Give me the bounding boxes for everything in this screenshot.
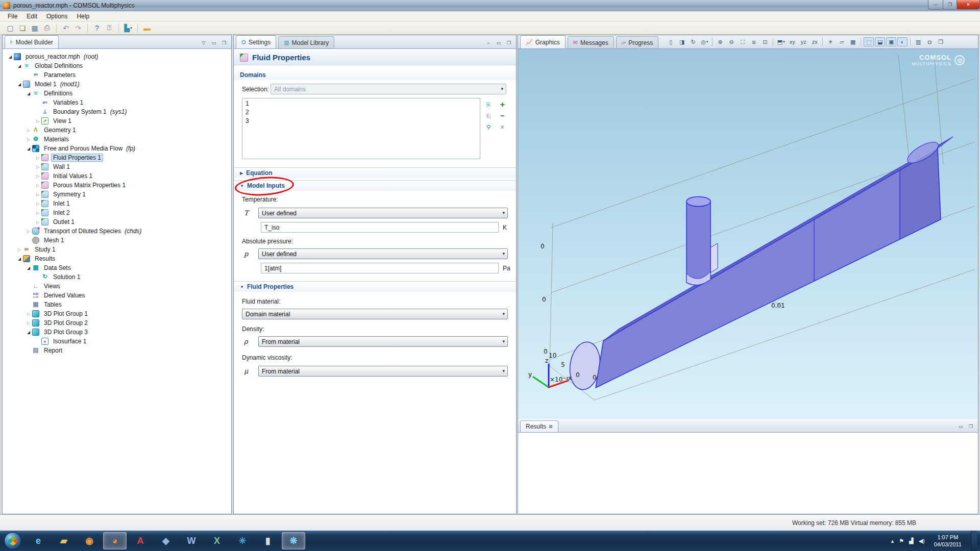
tree-item-wall-1[interactable]: ▷Wall 1 [3, 162, 231, 171]
fluid-material-dropdown[interactable]: Domain material [242, 309, 508, 319]
tab-messages[interactable]: ✉Messages [568, 36, 614, 48]
show-selection-colors-icon[interactable]: ⬓ [875, 37, 885, 46]
remove-from-selection-icon[interactable]: ━ [497, 111, 508, 121]
scene-light-icon[interactable]: ☀ [825, 37, 836, 46]
results-tab-close-icon[interactable]: ⊠ [549, 424, 553, 429]
tree-item-derived-values[interactable]: Derived Values [3, 291, 231, 300]
tree-item-porous-matrix-properties-1[interactable]: ▷Porous Matrix Properties 1 [3, 181, 231, 190]
zx-view-icon[interactable]: zx [810, 37, 820, 46]
tab-graphics[interactable]: 📈Graphics [520, 35, 566, 48]
zoom-extents-icon[interactable]: ⛶ [738, 37, 748, 46]
tree-item-inlet-2[interactable]: ▷Inlet 2 [3, 208, 231, 217]
tree-item-3d-plot-group-3[interactable]: ◢3D Plot Group 3 [3, 328, 231, 337]
collapsed-arrow-icon[interactable]: ▷ [34, 119, 41, 123]
tree-item-data-sets[interactable]: ◢Data Sets [3, 263, 231, 272]
model-inputs-section-header[interactable]: ▼ Model Inputs [234, 180, 516, 191]
maximize-panel-icon[interactable]: ❐ [505, 39, 513, 46]
equation-section-header[interactable]: ▶ Equation [234, 167, 516, 178]
zoom-box-icon[interactable]: ⧈ [749, 37, 759, 46]
action-center-icon[interactable]: ⚑ [899, 538, 904, 544]
expanded-arrow-icon[interactable]: ◢ [16, 64, 23, 68]
plot-icon[interactable]: ▙▾ [122, 22, 134, 34]
expanded-arrow-icon[interactable]: ◢ [16, 82, 23, 87]
clear-selection-icon[interactable]: ✕ [497, 122, 508, 132]
expanded-arrow-icon[interactable]: ◢ [25, 330, 32, 335]
tree-item-3d-plot-group-2[interactable]: ▷3D Plot Group 2 [3, 318, 231, 328]
selection-dropdown[interactable]: All domains [271, 84, 506, 94]
tree-item-boundary-system-1[interactable]: Boundary System 1(sys1) [3, 107, 231, 116]
collapsed-arrow-icon[interactable]: ▷ [34, 211, 41, 215]
wireframe-icon[interactable]: ▦ [848, 37, 858, 46]
create-selection-icon[interactable]: ⚲ [483, 122, 494, 132]
scene-night-icon[interactable]: ◐ [897, 37, 908, 46]
copy-selection-icon[interactable]: ⎘ [483, 100, 494, 110]
help-icon[interactable]: ? [91, 22, 103, 34]
zoom-out-icon[interactable]: ⊖ [726, 37, 737, 46]
tree-item-isosurface-1[interactable]: Isosurface 1 [3, 337, 231, 346]
clip-box-icon[interactable]: ◨ [677, 37, 687, 46]
minimize-panel-icon[interactable]: ▭ [495, 39, 503, 46]
window-icon[interactable]: ❐ [936, 37, 946, 46]
comsol-taskbar-button[interactable]: ❋ [282, 532, 305, 549]
tree-item-geometry-1[interactable]: ▷Geometry 1 [3, 126, 231, 135]
print-icon[interactable]: ⎙ [41, 22, 53, 34]
tree-item-global-definitions[interactable]: ◢Global Definitions [3, 61, 231, 70]
collapsed-arrow-icon[interactable]: ▷ [34, 165, 41, 169]
tree-item-mesh-1[interactable]: Mesh 1 [3, 236, 231, 245]
locate-in-tree-icon[interactable]: ⌕ [484, 39, 493, 46]
tree-item-variables-1[interactable]: Variables 1 [3, 98, 231, 107]
collapsed-arrow-icon[interactable]: ▷ [34, 202, 41, 206]
collapsed-arrow-icon[interactable]: ▷ [25, 128, 32, 133]
minimize-panel-icon[interactable]: ▭ [957, 423, 965, 430]
tree-item-tables[interactable]: Tables [3, 300, 231, 309]
tree-item-solution-1[interactable]: Solution 1 [3, 272, 231, 282]
tab-progress[interactable]: ▱Progress [616, 36, 659, 48]
collapsed-arrow-icon[interactable]: ▷ [25, 229, 32, 234]
pressure-input[interactable]: 1[atm] [261, 263, 499, 273]
menu-item-options[interactable]: Options [42, 12, 72, 21]
save-icon[interactable]: ▦ [29, 22, 41, 34]
menu-item-edit[interactable]: Edit [22, 12, 42, 21]
tree-item-model-1[interactable]: ◢Model 1(mod1) [3, 80, 231, 89]
expanded-arrow-icon[interactable]: ◢ [25, 266, 32, 270]
tree-item-materials[interactable]: ▷Materials [3, 135, 231, 144]
tree-item-3d-plot-group-1[interactable]: ▷3D Plot Group 1 [3, 309, 231, 318]
temperature-dropdown[interactable]: User defined [258, 208, 508, 218]
orbit-icon[interactable]: ↻ [688, 37, 698, 46]
default-3d-view-icon[interactable]: ⬒▾ [776, 37, 786, 46]
xy-view-icon[interactable]: xy [787, 37, 797, 46]
model-builder-tab[interactable]: ⊦ Model Builder [5, 35, 59, 48]
tree-item-parameters[interactable]: Parameters [3, 70, 231, 80]
collapsed-arrow-icon[interactable]: ▷ [34, 156, 41, 160]
maximize-window-button[interactable]: ❐ [943, 0, 957, 10]
tree-item-free-and-porous-media-flow[interactable]: ◢Free and Porous Media Flow(fp) [3, 144, 231, 153]
ie-taskbar-button[interactable]: e [27, 532, 50, 549]
paste-selection-icon[interactable]: ⎗ [483, 111, 494, 121]
clip-plane-icon[interactable]: ▯ [666, 37, 676, 46]
transparency-icon[interactable]: ▱ [837, 37, 847, 46]
network-icon[interactable]: ▟ [909, 538, 913, 544]
collapsed-arrow-icon[interactable]: ▷ [34, 183, 41, 188]
temperature-input[interactable]: T_iso [261, 222, 499, 233]
tree-item-transport-of-diluted-species[interactable]: ▷Transport of Diluted Species(chds) [3, 227, 231, 236]
density-dropdown[interactable]: From material [258, 336, 508, 347]
explorer-taskbar-button[interactable]: ▰ [52, 532, 76, 549]
open-file-icon[interactable]: ❏ [16, 22, 29, 34]
results-tab[interactable]: Results ⊠ [520, 420, 558, 432]
viscosity-dropdown[interactable]: From material [258, 366, 508, 377]
tab-settings[interactable]: ⛭Settings [236, 35, 276, 48]
expanded-arrow-icon[interactable]: ◢ [25, 146, 32, 151]
measure-icon[interactable]: ▬ [141, 22, 153, 34]
collapsed-arrow-icon[interactable]: ▷ [25, 321, 32, 325]
tree-item-inlet-1[interactable]: ▷Inlet 1 [3, 199, 231, 208]
tree-item-results[interactable]: ◢Results [3, 254, 231, 263]
undo-icon[interactable]: ↶ [60, 22, 72, 34]
start-button[interactable] [4, 532, 21, 549]
collapsed-arrow-icon[interactable]: ▷ [34, 192, 41, 197]
domain-list-item[interactable]: 1 [246, 100, 480, 109]
new-file-icon[interactable]: ▢ [4, 22, 16, 34]
zoom-selected-icon[interactable]: ⊡ [760, 37, 770, 46]
expanded-arrow-icon[interactable]: ◢ [25, 91, 32, 96]
app-taskbar-button[interactable]: ◆ [154, 532, 178, 549]
close-window-button[interactable]: ✕ [957, 0, 980, 10]
